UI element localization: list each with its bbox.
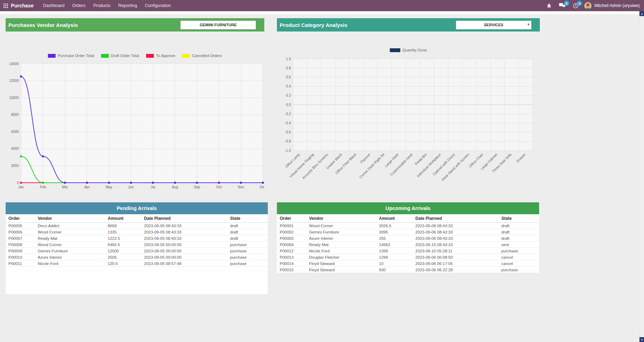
cell: draft: [500, 223, 539, 229]
vendor-filter-select[interactable]: GEMINI FURNITURE: [180, 21, 256, 29]
apps-grid-icon[interactable]: [2, 4, 11, 8]
table-row[interactable]: P00009Gemini Furniture125002023-09-05 00…: [6, 248, 268, 254]
svg-text:Pedal Bin: Pedal Bin: [414, 153, 428, 166]
svg-text:Jun: Jun: [128, 185, 134, 189]
category-analysis-title: Product Category Analysis: [280, 22, 348, 28]
svg-text:Sep: Sep: [194, 185, 200, 189]
cell: sent: [500, 242, 539, 248]
vertical-scrollbar[interactable]: ▲ ▼: [639, 11, 644, 342]
svg-text:-0.8: -0.8: [285, 139, 291, 143]
cell: 2023-09-05 00:00:00: [143, 242, 229, 248]
svg-text:-0.2: -0.2: [285, 112, 291, 116]
pending-arrivals-titlebar: Pending Arrivals: [6, 202, 268, 214]
messages-icon[interactable]: 5: [556, 1, 568, 10]
svg-text:Aug: Aug: [172, 185, 178, 189]
navbar-right: 5 4 Mitchell Admin (uryuiwe): [544, 1, 641, 10]
table-row[interactable]: P00001Wood Corner3026.52023-09-08 08:43:…: [277, 223, 539, 229]
table-row[interactable]: P00014Floyd Steward102023-09-06 06:17:05…: [277, 260, 539, 267]
activities-clock-icon[interactable]: 4: [570, 1, 581, 10]
category-chart-area: Quantity Done -1.0-0.8-0.6-0.4-0.20.00.2…: [277, 32, 540, 193]
vendor-filter-value: GEMINI FURNITURE: [200, 23, 237, 27]
legend-swatch: [182, 54, 190, 58]
svg-text:1.0: 1.0: [286, 57, 291, 61]
table-row[interactable]: P00006Wood Corner13352023-09-05 08:43:33…: [6, 229, 268, 235]
pending-arrivals-table: OrderVendorAmountDate PlannedState P0000…: [6, 214, 268, 267]
cell: 2023-09-05 00:00:00: [143, 248, 229, 254]
top-navbar: Purchase DashboardOrdersProductsReportin…: [0, 0, 644, 11]
upcoming-arrivals-panel: Upcoming Arrivals OrderVendorAmountDate …: [277, 202, 539, 273]
cell: P00003: [277, 235, 308, 242]
menu-item-configuration[interactable]: Configuration: [141, 0, 174, 11]
cell: P00001: [277, 223, 308, 229]
svg-text:Apr: Apr: [84, 185, 90, 189]
scrollbar-down-button[interactable]: ▼: [639, 337, 644, 342]
table-row[interactable]: P00011Nicole Ford120.52023-09-05 08:57:4…: [6, 260, 268, 267]
menu-item-dashboard[interactable]: Dashboard: [39, 0, 68, 11]
legend-item[interactable]: Draft Order Total: [101, 54, 139, 58]
cell: 14563: [378, 242, 414, 248]
svg-text:-1.0: -1.0: [285, 149, 291, 153]
legend-item[interactable]: To Approve: [146, 54, 175, 58]
table-row[interactable]: P00003Azure Interior2552023-09-06 08:43:…: [277, 235, 539, 242]
legend-item[interactable]: Purchase Order Total: [48, 54, 94, 58]
main-menu: DashboardOrdersProductsReportingConfigur…: [39, 0, 174, 11]
cell: 8658: [106, 223, 143, 229]
scrollbar-up-button[interactable]: ▲: [639, 11, 644, 16]
vendor-chart-legend: Purchase Order TotalDraft Order TotalTo …: [6, 53, 264, 58]
table-row[interactable]: P00005Deco Addict86582023-09-05 08:43:33…: [6, 223, 268, 229]
vendor-analysis-panel: Purchases Vendor Analysis GEMINI FURNITU…: [6, 18, 264, 192]
cell: draft: [229, 235, 268, 242]
debug-bug-icon[interactable]: [544, 1, 554, 10]
table-row[interactable]: P00002Gemini Furniture30952023-09-06 08:…: [277, 229, 539, 235]
cell: 1399: [378, 248, 414, 254]
cell: 2023-09-06 08:43:33: [414, 235, 500, 242]
table-row[interactable]: P00008Wood Corner6465.52023-09-05 00:00:…: [6, 242, 268, 248]
column-header-state: State: [229, 214, 268, 223]
table-row[interactable]: P00010Azure Interior25052023-09-05 00:00…: [6, 254, 268, 260]
cell: draft: [500, 229, 539, 235]
vendor-analysis-title: Purchases Vendor Analysis: [8, 22, 78, 28]
table-row[interactable]: P00004Ready Mat145632023-09-10 08:43:33s…: [277, 242, 539, 248]
messages-badge: 5: [564, 1, 569, 6]
cell: 120.5: [106, 260, 143, 267]
user-avatar[interactable]: [584, 2, 592, 9]
legend-item[interactable]: Cancelled Orders: [182, 54, 222, 58]
legend-item[interactable]: Quantity Done: [390, 48, 427, 52]
column-header-vendor: Vendor: [308, 214, 378, 223]
cell: Gemini Furniture: [36, 248, 106, 254]
table-row[interactable]: P00013Douglas Fletcher12992023-09-06 06:…: [277, 254, 539, 260]
menu-item-products[interactable]: Products: [90, 0, 114, 11]
svg-text:Acoustic Bloc Screens: Acoustic Bloc Screens: [301, 153, 329, 180]
legend-label: Cancelled Orders: [192, 54, 222, 58]
cell: draft: [229, 223, 268, 229]
legend-label: Draft Order Total: [111, 54, 139, 58]
cell: purchase: [229, 242, 268, 248]
table-row[interactable]: P00012Nicole Ford13992023-09-10 05:28:11…: [277, 248, 539, 254]
navbar-left: Purchase DashboardOrdersProductsReportin…: [2, 0, 175, 11]
cell: P00012: [277, 248, 308, 254]
cell: Douglas Fletcher: [308, 254, 378, 260]
cell: P00005: [6, 223, 36, 229]
svg-text:Drawer: Drawer: [516, 152, 527, 163]
user-menu[interactable]: Mitchell Admin (uryuiwe): [594, 3, 640, 8]
cell: Wood Corner: [308, 223, 378, 229]
upcoming-arrivals-title: Upcoming Arrivals: [386, 205, 430, 211]
menu-item-orders[interactable]: Orders: [68, 0, 89, 11]
control-panel-strip: [0, 11, 639, 14]
cell: P00014: [277, 260, 308, 267]
svg-text:6000: 6000: [11, 130, 19, 134]
cell: 10: [378, 260, 414, 267]
table-row[interactable]: P00007Ready Mat1222.52023-09-05 08:43:33…: [6, 235, 268, 242]
cell: 12500: [106, 248, 143, 254]
table-row[interactable]: P00015Floyd Steward5002023-09-06 06:22:2…: [277, 267, 539, 273]
pending-arrivals-panel: Pending Arrivals OrderVendorAmountDate P…: [6, 202, 268, 294]
svg-text:0.2: 0.2: [286, 93, 291, 97]
menu-item-reporting[interactable]: Reporting: [114, 0, 141, 11]
category-filter-select[interactable]: SERVICES ▾: [456, 21, 531, 29]
cell: cancel: [500, 254, 539, 260]
app-name[interactable]: Purchase: [11, 3, 34, 8]
cell: 2023-09-06 06:22:28: [414, 267, 500, 273]
pending-arrivals-title: Pending Arrivals: [117, 205, 157, 211]
svg-text:Virtual Home Staging: Virtual Home Staging: [288, 153, 314, 179]
cell: 2505: [106, 254, 143, 260]
